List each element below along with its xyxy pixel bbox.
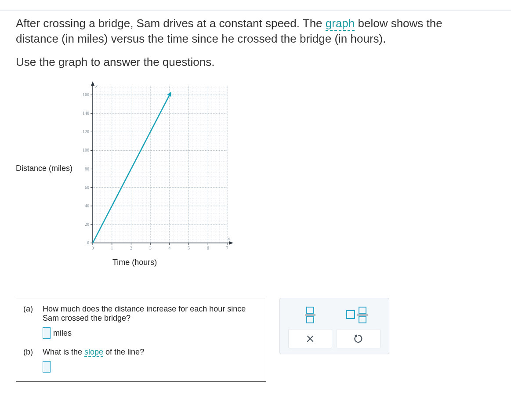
answer-row: (a) How much does the distance increase …	[16, 298, 495, 382]
question-a-text: How much does the distance increase for …	[43, 304, 259, 323]
chart-area: 01234567020406080100120140160xy	[78, 80, 240, 256]
svg-text:160: 160	[83, 92, 89, 97]
svg-text:x: x	[228, 236, 230, 241]
svg-rect-138	[347, 311, 355, 319]
y-axis-label: Distance (miles)	[16, 164, 72, 173]
svg-text:100: 100	[83, 148, 89, 153]
problem-statement: After crossing a bridge, Sam drives at a…	[16, 16, 482, 70]
svg-text:140: 140	[83, 111, 89, 116]
question-b-label: (b)	[23, 348, 36, 357]
chart-svg: 01234567020406080100120140160xy	[78, 80, 240, 256]
svg-text:60: 60	[85, 185, 89, 190]
svg-text:3: 3	[149, 246, 152, 250]
x-axis-label: Time (hours)	[112, 258, 495, 267]
svg-rect-141	[359, 317, 366, 323]
tools-panel	[279, 298, 389, 354]
question-b-answer	[43, 361, 259, 373]
svg-rect-135	[307, 307, 314, 313]
clear-button[interactable]	[288, 329, 332, 348]
mixed-number-icon	[346, 306, 371, 324]
svg-text:80: 80	[85, 167, 89, 171]
svg-text:2: 2	[130, 246, 132, 250]
svg-text:20: 20	[85, 222, 89, 227]
answer-a-unit: miles	[53, 329, 72, 338]
svg-text:1: 1	[111, 246, 113, 250]
question-b: (b) What is the slope of the line?	[23, 348, 259, 357]
svg-text:5: 5	[188, 246, 190, 250]
question-box: (a) How much does the distance increase …	[16, 298, 266, 382]
svg-text:120: 120	[83, 130, 89, 134]
svg-text:0: 0	[92, 246, 94, 250]
svg-text:4: 4	[168, 246, 170, 250]
graph-link[interactable]: graph	[326, 17, 355, 31]
slope-link[interactable]: slope	[84, 348, 103, 357]
answer-b-input[interactable]	[43, 361, 51, 373]
question-b-text: What is the slope of the line?	[43, 348, 259, 357]
question-a: (a) How much does the distance increase …	[23, 304, 259, 323]
svg-text:40: 40	[85, 203, 89, 208]
fraction-button[interactable]	[288, 305, 332, 325]
svg-text:0: 0	[87, 240, 89, 245]
svg-text:7: 7	[226, 246, 228, 250]
svg-text:6: 6	[207, 246, 209, 250]
undo-button[interactable]	[337, 329, 381, 348]
fraction-icon	[303, 306, 317, 324]
question-a-answer: miles	[43, 327, 259, 339]
undo-icon	[354, 334, 363, 343]
svg-rect-139	[359, 307, 366, 313]
mixed-number-button[interactable]	[337, 305, 381, 325]
question-a-label: (a)	[23, 304, 36, 323]
problem-p1-pre: After crossing a bridge, Sam drives at a…	[16, 17, 326, 30]
svg-rect-137	[307, 317, 314, 323]
answer-a-input[interactable]	[43, 327, 51, 339]
header-divider	[0, 10, 511, 11]
svg-marker-95	[229, 241, 233, 245]
problem-p2: Use the graph to answer the questions.	[16, 55, 214, 69]
close-icon	[306, 335, 314, 343]
chart-row: Distance (miles) 01234567020406080100120…	[16, 80, 495, 256]
svg-text:y: y	[95, 83, 98, 88]
svg-marker-97	[91, 81, 94, 86]
